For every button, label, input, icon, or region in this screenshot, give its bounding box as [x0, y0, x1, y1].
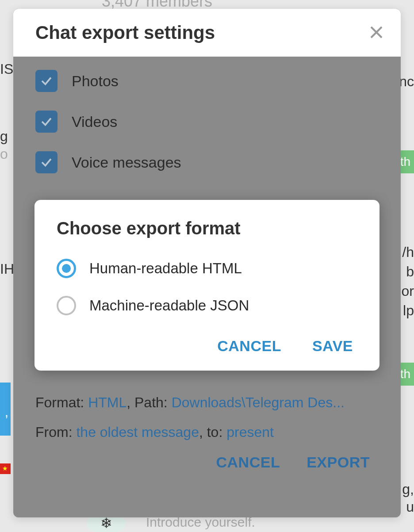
bg-partial-text: u — [406, 499, 414, 515]
dialog-header: Chat export settings — [13, 9, 401, 57]
bg-partial-text: g — [0, 128, 8, 145]
format-link[interactable]: HTML — [88, 394, 126, 410]
bg-partial-text: IH — [0, 261, 14, 277]
to-link[interactable]: present — [226, 424, 274, 440]
format-dialog-footer: CANCEL SAVE — [57, 337, 357, 355]
choose-export-format-dialog: Choose export format Human-readable HTML… — [34, 200, 380, 371]
format-path-row: Format: HTML, Path: Downloads\Telegram D… — [35, 394, 379, 411]
cancel-button[interactable]: CANCEL — [216, 454, 280, 471]
path-link[interactable]: Downloads\Telegram Des... — [172, 394, 345, 410]
checkbox-icon — [35, 151, 58, 173]
format-dialog-title: Choose export format — [57, 218, 357, 238]
bg-partial-text: g, — [402, 481, 414, 498]
from-label: From: — [35, 424, 76, 440]
from-link[interactable]: the oldest message — [76, 424, 199, 440]
radio-label: Machine-readable JSON — [89, 297, 249, 314]
checkbox-photos[interactable]: Photos — [35, 70, 379, 92]
dialog-footer: CANCEL EXPORT — [35, 454, 379, 471]
radio-selected-icon — [57, 259, 76, 278]
bg-partial-text: or — [402, 283, 414, 299]
checkbox-voice-messages[interactable]: Voice messages — [35, 151, 379, 173]
date-range-row: From: the oldest message, to: present — [35, 424, 379, 440]
bg-partial-text: b — [406, 264, 414, 280]
checkbox-icon — [35, 70, 58, 92]
bg-partial-text: /h — [402, 244, 414, 260]
cancel-button[interactable]: CANCEL — [217, 337, 281, 355]
bg-partial-text: IS — [0, 61, 13, 77]
radio-html[interactable]: Human-readable HTML — [57, 259, 357, 278]
to-label: , to: — [199, 424, 226, 440]
checkbox-label: Voice messages — [72, 154, 181, 171]
checkbox-icon — [35, 111, 58, 133]
path-label: , Path: — [126, 394, 171, 410]
bg-partial-text: nc — [399, 73, 414, 90]
bg-partial-text: lp — [403, 302, 414, 319]
format-label: Format: — [35, 394, 88, 410]
radio-label: Human-readable HTML — [89, 260, 242, 277]
radio-unselected-icon — [57, 296, 76, 315]
save-button[interactable]: SAVE — [312, 337, 353, 355]
close-icon — [370, 26, 383, 39]
radio-json[interactable]: Machine-readable JSON — [57, 296, 357, 315]
checkbox-label: Photos — [72, 73, 119, 90]
close-button[interactable] — [370, 23, 383, 42]
bg-flag-icon — [0, 463, 11, 474]
export-button[interactable]: EXPORT — [307, 454, 370, 471]
bg-blue-block: , — [0, 383, 11, 436]
checkbox-label: Videos — [72, 113, 117, 130]
dialog-title: Chat export settings — [35, 22, 215, 43]
checkbox-videos[interactable]: Videos — [35, 111, 379, 133]
bg-partial-text: o — [0, 146, 8, 162]
